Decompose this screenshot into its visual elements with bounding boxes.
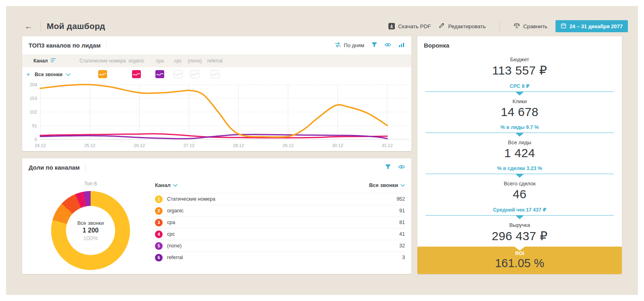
back-button[interactable]: ←: [22, 22, 35, 30]
compare-button[interactable]: Сравнить: [514, 23, 547, 30]
add-icon[interactable]: +: [26, 71, 30, 79]
channel-value: 3: [402, 255, 405, 260]
channel-name: referral: [167, 255, 183, 260]
group-by-label: По дням: [344, 42, 364, 48]
leads-panel-header: ТОП3 каналов по лидам По дням: [22, 36, 411, 54]
donut-center-label: Все звонки: [77, 220, 104, 226]
donut-center-percent: 100%: [83, 235, 98, 241]
funnel-stages: Бюджет113 557 ₽CPC 8 ₽Клики14 678% в лид…: [417, 54, 622, 274]
page-title: Мой дашборд: [47, 21, 105, 31]
series-swatch[interactable]: [132, 70, 141, 79]
channel-value: 32: [399, 243, 405, 249]
channel-row[interactable]: 5(none)32: [155, 240, 405, 251]
series-swatch[interactable]: [155, 70, 164, 79]
channel-row[interactable]: 6referral3: [155, 251, 405, 263]
series-legend-row: + Все звонки: [22, 67, 411, 82]
scales-icon: [514, 23, 520, 30]
funnel-connector: Средний чек 17 437 ₽: [417, 205, 622, 220]
topbar-actions: Скачать PDF Редактировать Сравнить 24 –: [388, 20, 628, 32]
donut-center-value: 1 200: [83, 227, 99, 234]
stage-value: 1 424: [417, 146, 622, 160]
funnel-stage: Все лиды1 424: [417, 137, 622, 164]
sort-by-channel-button[interactable]: Канал: [155, 182, 178, 188]
svg-text:30.12: 30.12: [332, 143, 343, 148]
arrow-down-icon: [516, 92, 524, 95]
leads-panel-actions: По дням: [335, 42, 405, 49]
divider: [106, 41, 107, 50]
series-swatch[interactable]: [173, 70, 182, 79]
visibility-button[interactable]: [398, 164, 405, 170]
calendar-icon: [561, 23, 566, 30]
svg-text:29.12: 29.12: [283, 143, 294, 148]
chevron-down-icon: [400, 182, 405, 188]
svg-text:102: 102: [30, 110, 37, 114]
rank-badge: 6: [155, 254, 163, 262]
rank-badge: 4: [155, 230, 163, 238]
channel-name: Статические номера: [167, 196, 215, 202]
date-range-button[interactable]: 24 – 31 декабря 2077: [555, 20, 628, 32]
shares-panel-title: Доли по каналам: [29, 164, 80, 171]
stage-value: 296 437 ₽: [417, 229, 622, 243]
svg-text:0: 0: [35, 137, 37, 142]
svg-text:26.12: 26.12: [134, 143, 145, 148]
compare-label: Сравнить: [523, 23, 547, 29]
sort-icon[interactable]: [51, 58, 56, 64]
connector-metric: % в сделки 3.23 %: [417, 166, 622, 171]
shares-panel: Доли по каналам Топ 6: [22, 158, 411, 274]
connector-line: [425, 215, 614, 220]
donut-column: Топ 6 Все звонки 1 200 100%: [22, 176, 155, 263]
connector-line: [425, 91, 614, 96]
svg-text:204: 204: [30, 82, 37, 87]
arrow-down-notch-icon: [514, 247, 525, 251]
svg-text:24.12: 24.12: [35, 143, 46, 148]
leads-line-chart[interactable]: 20415310251024.1225.1226.1227.1228.1229.…: [22, 82, 411, 150]
column-header: cpa: [156, 58, 163, 64]
arrow-down-icon: [516, 216, 524, 219]
channels-table-rows: 1Статические номера9522organic913cpa814c…: [155, 193, 405, 263]
funnel-connector: % в сделки 3.23 %: [417, 164, 622, 179]
stage-label: Бюджет: [417, 56, 622, 62]
funnel-connector: % в лиды 9.7 %: [417, 122, 622, 137]
shares-panel-actions: [385, 164, 405, 171]
connector-metric: % в лиды 9.7 %: [417, 125, 622, 130]
channel-name: cpa: [167, 220, 175, 225]
stage-value: 46: [417, 187, 622, 201]
series-selector[interactable]: + Все звонки: [33, 71, 83, 79]
stage-label: Все лиды: [417, 139, 622, 145]
svg-text:25.12: 25.12: [84, 143, 95, 148]
stage-value: 14 678: [417, 105, 622, 119]
channel-row[interactable]: 3cpa81: [155, 216, 405, 228]
stage-label: Всего сделок: [417, 181, 622, 187]
rank-badge: 1: [155, 195, 163, 203]
funnel-stage: Клики14 678: [417, 96, 622, 122]
sort-by-value-button[interactable]: Все звонки: [369, 182, 405, 188]
channel-row[interactable]: 4cpc41: [155, 228, 405, 240]
eye-icon: [398, 164, 405, 170]
col-channel-label: Канал: [155, 182, 171, 188]
group-by-days-button[interactable]: По дням: [335, 42, 364, 49]
channels-table-header: Канал Все звонки: [155, 181, 405, 193]
svg-text:31.12: 31.12: [382, 143, 393, 148]
col-value-label: Все звонки: [369, 182, 398, 188]
series-swatch[interactable]: [190, 70, 199, 79]
channel-row[interactable]: 2organic91: [155, 205, 405, 216]
filter-button[interactable]: [385, 164, 391, 171]
filter-button[interactable]: [372, 42, 377, 49]
donut-chart[interactable]: Все звонки 1 200 100%: [51, 191, 130, 270]
leads-panel: ТОП3 каналов по лидам По дням: [22, 36, 411, 151]
svg-text:28.12: 28.12: [233, 143, 244, 148]
arrow-down-icon: [516, 133, 524, 137]
connector-line: [425, 133, 614, 137]
column-header: organic: [128, 58, 144, 64]
download-pdf-button[interactable]: Скачать PDF: [388, 23, 431, 29]
series-row-label: Все звонки: [35, 72, 62, 77]
chart-type-button[interactable]: [398, 42, 405, 49]
edit-button[interactable]: Редактировать: [439, 23, 485, 30]
channel-row[interactable]: 1Статические номера952: [155, 193, 405, 205]
line-chart-svg: 20415310251024.1225.1226.1227.1228.1229.…: [22, 82, 411, 150]
visibility-button[interactable]: [384, 42, 391, 48]
divider: [85, 163, 86, 172]
series-swatch[interactable]: [98, 70, 107, 79]
svg-text:51: 51: [32, 123, 37, 128]
series-swatch[interactable]: [211, 70, 219, 79]
